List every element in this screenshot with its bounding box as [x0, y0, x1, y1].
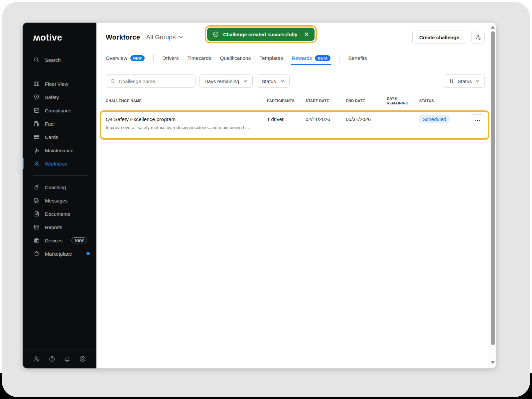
tab-timecards[interactable]: Timecards: [187, 51, 211, 65]
tab-drivers[interactable]: Drivers: [162, 51, 179, 65]
desktop-background: ʍotive Search Fleet View Safety Complian…: [0, 0, 532, 399]
sidebar-item-marketplace[interactable]: Marketplace: [23, 247, 96, 260]
column-header-days-remaining: Days remaining: [387, 96, 419, 106]
fuel-pump-icon: [33, 120, 40, 127]
tab-separator: [339, 54, 339, 62]
tab-label: Templates: [259, 55, 283, 61]
notifications-button[interactable]: [63, 355, 71, 363]
sort-selector[interactable]: Status: [444, 74, 485, 88]
end-date-cell: 05/31/2026: [346, 116, 387, 122]
sidebar-item-label: Marketplace: [45, 251, 72, 257]
status-filter[interactable]: Status: [257, 74, 290, 88]
reports-icon: [33, 224, 40, 230]
sidebar-item-cards[interactable]: Cards: [23, 130, 96, 144]
tab-separator: [153, 54, 154, 62]
tab-rewards[interactable]: Rewards BETA: [292, 51, 331, 65]
toast-message: Challenge created successfully: [223, 32, 297, 37]
sidebar-footer: [23, 349, 96, 368]
sidebar-item-coaching[interactable]: Coaching: [23, 181, 96, 194]
wrench-icon: [33, 147, 40, 154]
tab-bar: Overview NEW Drivers Timecards Qualifica…: [106, 51, 485, 65]
sidebar-divider: [33, 175, 88, 176]
admin-settings-button[interactable]: [33, 355, 41, 363]
more-options-icon: [475, 120, 476, 121]
bell-icon: [64, 355, 71, 362]
person-gear-icon: [33, 355, 40, 362]
sidebar-item-label: Messages: [45, 198, 67, 203]
sidebar-item-reports[interactable]: Reports: [23, 220, 96, 234]
days-remaining-filter[interactable]: Days remaining: [200, 74, 253, 88]
search-icon: [33, 57, 40, 63]
account-button[interactable]: [78, 355, 86, 363]
help-button[interactable]: [48, 355, 56, 363]
compliance-chart-icon: [33, 107, 40, 114]
sidebar-item-label: Workforce: [45, 161, 67, 167]
sidebar-item-workforce[interactable]: Workforce: [23, 157, 96, 170]
challenge-search[interactable]: [106, 74, 196, 88]
sidebar-item-safety[interactable]: Safety: [23, 90, 96, 104]
app-window: ʍotive Search Fleet View Safety Complian…: [23, 23, 496, 368]
highlight-annotation-toast: Challenge created successfully: [205, 25, 317, 43]
sidebar-item-label: Reports: [45, 224, 63, 230]
account-circle-icon: [79, 355, 86, 362]
sidebar-item-label: Fleet View: [45, 81, 68, 87]
tab-benefits[interactable]: Benefits: [348, 51, 367, 65]
participants-cell: 1 driver: [267, 116, 306, 122]
new-badge: NEW: [130, 55, 145, 61]
success-toast: Challenge created successfully: [207, 28, 315, 41]
status-badge: Scheduled: [419, 115, 450, 123]
tab-label: Timecards: [187, 55, 211, 61]
beta-badge: BETA: [315, 55, 331, 61]
scrollbar-thumb[interactable]: [491, 31, 495, 345]
sidebar-item-label: Safety: [45, 94, 59, 100]
sidebar-item-messages[interactable]: Messages: [23, 194, 96, 207]
manage-users-button[interactable]: [471, 31, 485, 44]
group-selector[interactable]: All Groups: [146, 34, 183, 41]
sidebar-item-devices[interactable]: Devices NEW: [23, 234, 96, 247]
search-icon: [110, 78, 116, 84]
column-header-end-date: End date: [346, 99, 387, 103]
sidebar-item-fleet-view[interactable]: Fleet View: [23, 77, 96, 90]
new-badge: NEW: [71, 237, 87, 243]
column-header-challenge-name: Challenge name: [106, 99, 267, 103]
column-header-participants: Participants: [267, 99, 306, 103]
sidebar-item-label: Devices: [45, 238, 63, 243]
create-challenge-button[interactable]: Create challenge: [412, 31, 466, 44]
sidebar-item-label: Maintenance: [45, 148, 73, 153]
scrollbar-down-arrow[interactable]: [491, 361, 495, 364]
page-title: Workforce: [106, 33, 140, 41]
filter-bar: Days remaining Status Status: [106, 74, 485, 88]
sidebar-item-label: Compliance: [45, 108, 71, 113]
person-icon: [33, 160, 40, 167]
document-icon: [33, 210, 40, 217]
sidebar-item-maintenance[interactable]: Maintenance: [23, 144, 96, 157]
sidebar: ʍotive Search Fleet View Safety Complian…: [23, 23, 96, 368]
chevron-down-icon: [243, 79, 248, 83]
sidebar-item-compliance[interactable]: Compliance: [23, 104, 96, 117]
sidebar-item-label: Coaching: [45, 185, 66, 190]
tab-label: Rewards: [292, 55, 312, 61]
tab-overview[interactable]: Overview NEW: [106, 51, 145, 65]
sidebar-item-search[interactable]: Search: [23, 53, 96, 67]
close-icon[interactable]: [304, 32, 309, 37]
start-date-cell: 02/11/2026: [306, 116, 346, 122]
challenge-search-input[interactable]: [119, 78, 191, 84]
row-actions-button[interactable]: [471, 114, 484, 126]
map-icon: [33, 80, 40, 87]
sort-arrows-icon: [449, 78, 454, 84]
table-row[interactable]: Q4 Safety Excellence program Improve ove…: [106, 109, 485, 138]
sort-selector-label: Status: [458, 78, 472, 84]
motive-logo: ʍotive: [23, 23, 96, 43]
challenge-description: Improve overall safety metrics by reduci…: [106, 125, 259, 130]
tab-qualifications[interactable]: Qualifications: [220, 51, 251, 65]
table-header: Challenge name Participants Start date E…: [106, 96, 485, 109]
scrollbar-up-arrow[interactable]: [491, 26, 495, 29]
days-remaining-filter-label: Days remaining: [204, 78, 239, 84]
column-header-status: Status: [419, 99, 471, 103]
tab-templates[interactable]: Templates: [259, 51, 283, 65]
sidebar-item-fuel[interactable]: Fuel: [23, 117, 96, 130]
sidebar-item-documents[interactable]: Documents: [23, 207, 96, 220]
days-remaining-cell: —: [387, 116, 419, 122]
main-content: Workforce All Groups Create challenge Ch…: [96, 23, 496, 368]
tab-label: Overview: [106, 55, 127, 61]
